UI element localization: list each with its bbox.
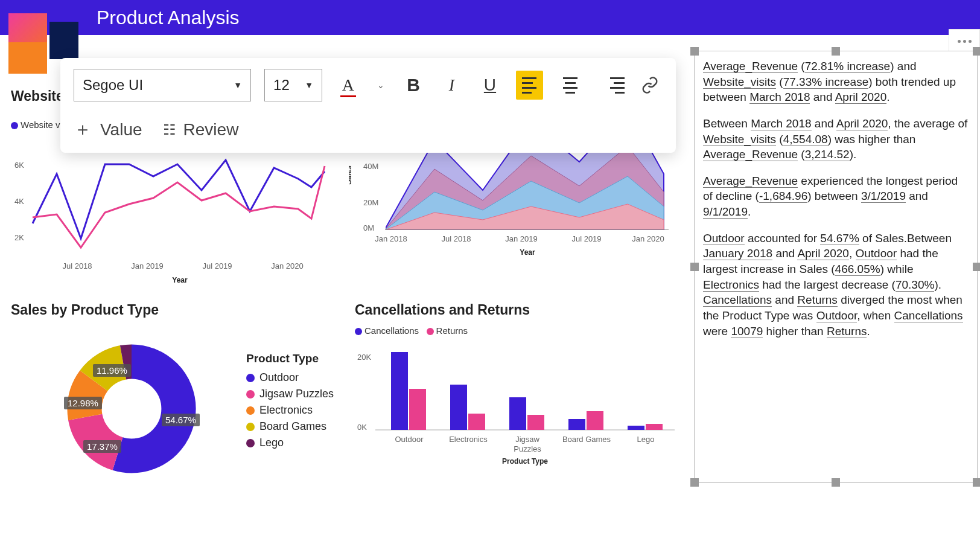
svg-text:40M: 40M	[363, 162, 378, 171]
bars-outdoor	[391, 352, 426, 430]
svg-text:Puzzles: Puzzles	[514, 444, 541, 453]
chart-cancel-returns[interactable]: 20K 0K Outdoor	[355, 336, 693, 481]
chart-visits-revenue[interactable]: 6K 4K 2K Jul 2018 Jan 2019 Jul 2019 Jan …	[11, 133, 337, 302]
legend-item-boardgames[interactable]: Board Games	[246, 420, 334, 433]
donut-label-board: 11.96%	[93, 364, 131, 377]
svg-text:Jul 2019: Jul 2019	[202, 261, 232, 270]
svg-text:Year: Year	[172, 276, 188, 284]
align-center-button[interactable]	[556, 71, 584, 100]
svg-text:Jul 2018: Jul 2018	[62, 261, 92, 270]
font-color-dropdown[interactable]: ⌄	[374, 72, 388, 98]
svg-rect-34	[568, 419, 585, 430]
legend-product-type: Product Type Outdoor Jigsaw Puzzles Elec…	[246, 352, 334, 453]
svg-text:Jigsaw: Jigsaw	[515, 435, 539, 444]
font-family-select[interactable]: Segoe UI▼	[74, 69, 251, 101]
svg-text:Sales: Sales	[349, 165, 353, 185]
chevron-down-icon: ▼	[305, 80, 313, 90]
svg-rect-33	[527, 415, 544, 430]
bold-button[interactable]: B	[401, 72, 426, 98]
chart-title-visits: Website	[11, 88, 64, 104]
text-format-toolbar: Segoe UI▼ 12▼ A ⌄ B I U ＋ Value ☷ Review	[60, 58, 676, 153]
page-header: Product Analysis	[0, 0, 980, 35]
svg-text:Jan 2019: Jan 2019	[505, 234, 538, 243]
svg-text:Jul 2018: Jul 2018	[441, 234, 471, 243]
donut-label-outdoor: 54.67%	[162, 414, 200, 426]
legend-title: Product Type	[246, 352, 334, 365]
legend-item-jigsaw[interactable]: Jigsaw Puzzles	[246, 388, 334, 400]
chart-title-sales-product: Sales by Product Type	[11, 302, 349, 318]
svg-rect-32	[509, 397, 526, 430]
svg-rect-36	[628, 426, 644, 430]
svg-rect-31	[468, 414, 485, 430]
smart-narrative-textbox[interactable]: Average_Revenue (72.81% increase) and We…	[694, 51, 978, 483]
bars-jigsaw	[509, 397, 544, 430]
svg-rect-35	[587, 411, 603, 430]
font-color-button[interactable]: A	[336, 72, 361, 98]
svg-text:Jan 2018: Jan 2018	[375, 234, 407, 243]
svg-text:Jan 2020: Jan 2020	[632, 234, 664, 243]
narrative-p2: Between March 2018 and April 2020, the a…	[703, 116, 969, 162]
chevron-down-icon: ▼	[234, 80, 242, 90]
series-website-visits	[33, 160, 325, 238]
review-button[interactable]: ☷ Review	[163, 120, 239, 139]
svg-text:Board Games: Board Games	[562, 435, 611, 444]
list-icon: ☷	[163, 121, 175, 138]
svg-text:Jan 2019: Jan 2019	[131, 261, 164, 270]
add-value-button[interactable]: ＋ Value	[74, 117, 142, 142]
legend-item-outdoor[interactable]: Outdoor	[246, 371, 334, 384]
svg-rect-29	[409, 389, 426, 430]
narrative-p4: Outdoor accounted for 54.67% of Sales.Be…	[703, 231, 969, 339]
svg-text:Jan 2020: Jan 2020	[271, 261, 304, 270]
svg-text:20M: 20M	[363, 198, 378, 207]
svg-text:Year: Year	[520, 248, 535, 257]
bars-lego	[628, 424, 663, 430]
svg-text:Product Type: Product Type	[502, 457, 548, 466]
svg-rect-30	[450, 385, 467, 430]
svg-text:6K: 6K	[14, 161, 24, 170]
narrative-p3: Average_Revenue experienced the longest …	[703, 173, 969, 220]
svg-rect-37	[646, 424, 663, 430]
svg-text:0M: 0M	[363, 223, 374, 232]
bars-board	[568, 411, 603, 430]
svg-rect-28	[391, 352, 408, 430]
page-title: Product Analysis	[97, 7, 240, 29]
align-right-button[interactable]	[597, 71, 624, 100]
narrative-p1: Average_Revenue (72.81% increase) and We…	[703, 59, 969, 105]
svg-text:2K: 2K	[14, 233, 24, 242]
svg-text:Outdoor: Outdoor	[395, 435, 424, 444]
italic-button[interactable]: I	[439, 72, 465, 98]
svg-text:Jul 2019: Jul 2019	[571, 234, 601, 243]
donut-label-elec: 12.98%	[64, 397, 102, 409]
series-avg-revenue	[33, 166, 325, 248]
bars-electronics	[450, 385, 485, 430]
legend-item-electronics[interactable]: Electronics	[246, 404, 334, 417]
svg-text:Electronics: Electronics	[449, 435, 488, 444]
underline-button[interactable]: U	[477, 72, 503, 98]
svg-text:0K: 0K	[357, 423, 367, 432]
font-size-select[interactable]: 12▼	[264, 69, 322, 101]
insert-link-button[interactable]	[638, 72, 663, 98]
align-left-button[interactable]	[516, 71, 543, 100]
chart-title-cancel: Cancellations and Returns	[355, 302, 693, 318]
svg-text:4K: 4K	[14, 197, 24, 206]
legend-cancel: Cancellations Returns	[355, 325, 693, 336]
svg-text:Lego: Lego	[637, 435, 655, 444]
plus-icon: ＋	[74, 117, 92, 142]
svg-text:20K: 20K	[357, 353, 371, 362]
donut-label-jigsaw: 17.37%	[83, 440, 121, 453]
legend-item-lego[interactable]: Lego	[246, 437, 334, 449]
